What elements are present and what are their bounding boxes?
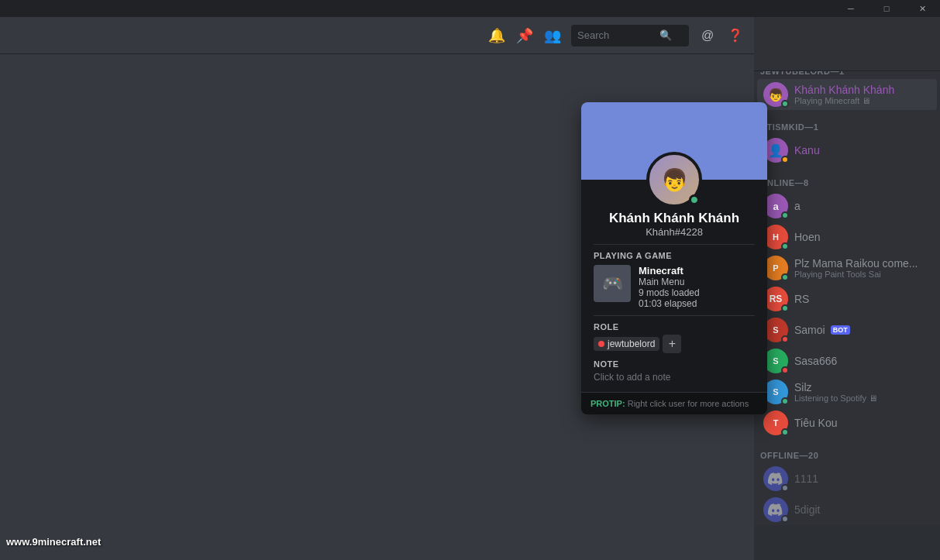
member-name-plz: Plz Mama Raikou come...	[794, 257, 931, 270]
role-section: ROLE jewtubelord +	[594, 322, 755, 353]
status-1111	[781, 484, 789, 492]
role-name: jewtubelord	[608, 338, 655, 349]
minimize-button[interactable]: ─	[833, 0, 869, 17]
search-input[interactable]	[577, 29, 655, 41]
member-kanu[interactable]: 👤 Kanu	[757, 135, 937, 166]
avatar-wrap-5digit	[763, 497, 788, 522]
section-online: ONLINE—8	[754, 166, 940, 191]
titlebar: ─ □ ✕	[0, 0, 940, 17]
playing-label: PLAYING A GAME	[594, 251, 755, 260]
search-box[interactable]: 🔍	[571, 25, 689, 46]
note-section: NOTE Click to add a note	[594, 359, 755, 383]
member-5digit[interactable]: 5digit	[757, 494, 937, 525]
member-info-plz: Plz Mama Raikou come... Playing Paint To…	[794, 257, 931, 279]
profile-divider-2	[594, 315, 755, 316]
protip-key: PROTIP:	[591, 399, 625, 408]
profile-tag: Khánh#4228	[594, 226, 755, 238]
maximize-button[interactable]: □	[869, 0, 904, 17]
member-plz[interactable]: P Plz Mama Raikou come... Playing Paint …	[757, 253, 937, 283]
member-1111[interactable]: 1111	[757, 463, 937, 494]
member-rs[interactable]: RS RS	[757, 283, 937, 314]
note-label: NOTE	[594, 359, 755, 369]
game-details: Minecraft Main Menu 9 mods loaded 01:03 …	[639, 265, 755, 309]
protip: PROTIP: Right click user for more action…	[581, 392, 767, 414]
member-info-a: a	[794, 200, 931, 212]
member-name-kanu: Kanu	[794, 144, 931, 156]
help-icon[interactable]: ❓	[726, 26, 745, 45]
status-samoi	[781, 335, 789, 343]
member-name-1111: 1111	[794, 472, 931, 485]
status-plz	[781, 273, 789, 281]
avatar-wrap-tieu: T	[763, 411, 788, 435]
section-utismkid: UTISMKID—1	[754, 110, 940, 135]
profile-banner: 👦	[581, 102, 767, 180]
notifications-icon[interactable]: 🔔	[487, 26, 506, 45]
member-name-tieu: Tiêu Kou	[794, 417, 931, 429]
game-info: 🎮 Minecraft Main Menu 9 mods loaded 01:0…	[594, 265, 755, 309]
avatar-wrap-1111	[763, 466, 788, 491]
status-sasa	[781, 366, 789, 374]
profile-username: Khánh Khánh Khánh	[594, 211, 755, 226]
samoi-name-text: Samoi	[794, 324, 825, 336]
member-name-samoi: Samoi BOT	[794, 324, 931, 336]
member-khanh[interactable]: 👦 Khánh Khánh Khánh Playing Minecraft 🖥	[757, 79, 937, 110]
at-icon[interactable]: @	[698, 26, 717, 45]
game-name: Minecraft	[639, 265, 755, 277]
members-sidebar: JEWTUBELORD—1 👦 Khánh Khánh Khánh Playin…	[754, 17, 940, 525]
role-badges: jewtubelord +	[594, 335, 755, 353]
member-name-hoen: Hoen	[794, 231, 931, 243]
member-hoen[interactable]: H Hoen	[757, 222, 937, 253]
profile-popup: 👦 Khánh Khánh Khánh Khánh#4228 PLAYING A…	[581, 102, 767, 414]
pinned-icon[interactable]: 📌	[515, 26, 534, 45]
member-name-khanh: Khánh Khánh Khánh	[794, 84, 931, 96]
note-input[interactable]: Click to add a note	[594, 372, 755, 383]
member-info-sasa: Sasa666	[794, 355, 931, 367]
section-offline: OFFLINE—20	[754, 438, 940, 463]
member-name-silz: Silz	[794, 381, 931, 393]
content-area: 🔔 📌 👥 🔍 @ ❓ 👦 Khánh Khánh Khánh	[0, 17, 754, 560]
member-sasa[interactable]: S Sasa666	[757, 345, 937, 376]
game-meta1: 9 mods loaded	[639, 287, 755, 298]
profile-status-dot	[689, 194, 700, 205]
member-name-rs: RS	[794, 293, 931, 305]
role-label: ROLE	[594, 322, 755, 332]
game-meta2: 01:03 elapsed	[639, 298, 755, 309]
role-add-button[interactable]: +	[663, 335, 681, 353]
member-info-kanu: Kanu	[794, 144, 931, 156]
close-button[interactable]: ✕	[904, 0, 940, 17]
search-icon: 🔍	[659, 29, 672, 41]
topbar: 🔔 📌 👥 🔍 @ ❓	[0, 17, 754, 54]
member-activity-silz: Listening to Spotify 🖥	[794, 393, 931, 403]
status-rs	[781, 304, 789, 312]
game-icon: 🎮	[594, 265, 631, 302]
profile-divider	[594, 244, 755, 245]
status-5digit	[781, 515, 789, 523]
profile-body: Khánh Khánh Khánh Khánh#4228 PLAYING A G…	[581, 180, 767, 392]
members-icon[interactable]: 👥	[543, 26, 562, 45]
member-activity-khanh: Playing Minecraft 🖥	[794, 96, 931, 105]
member-info-1111: 1111	[794, 472, 931, 485]
status-a	[781, 211, 789, 219]
member-tieu[interactable]: T Tiêu Kou	[757, 407, 937, 438]
status-hoen	[781, 242, 789, 250]
game-detail: Main Menu	[639, 277, 755, 287]
member-info-samoi: Samoi BOT	[794, 324, 931, 336]
role-badge: jewtubelord	[594, 337, 659, 351]
profile-avatar-wrap: 👦	[646, 152, 702, 208]
member-info-5digit: 5digit	[794, 503, 931, 516]
member-name-a: a	[794, 200, 931, 212]
member-name-5digit: 5digit	[794, 503, 931, 516]
status-silz	[781, 397, 789, 405]
member-info-hoen: Hoen	[794, 231, 931, 243]
member-info-rs: RS	[794, 293, 931, 305]
bot-badge-samoi: BOT	[831, 325, 850, 335]
member-a[interactable]: a a	[757, 191, 937, 222]
member-silz[interactable]: S Silz Listening to Spotify 🖥	[757, 376, 937, 407]
protip-text: Right click user for more actions	[628, 399, 749, 408]
member-samoi[interactable]: S Samoi BOT	[757, 314, 937, 345]
main-layout: 🔔 📌 👥 🔍 @ ❓ 👦 Khánh Khánh Khánh	[0, 17, 940, 560]
status-tieu	[781, 428, 789, 436]
role-dot	[598, 341, 604, 347]
member-info-tieu: Tiêu Kou	[794, 417, 931, 429]
member-name-sasa: Sasa666	[794, 355, 931, 367]
